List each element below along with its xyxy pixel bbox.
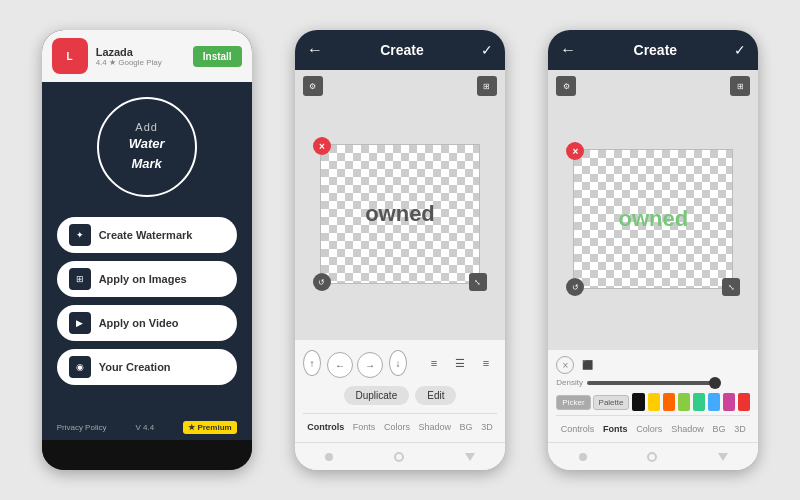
close-panel-btn[interactable]: × (556, 356, 574, 374)
privacy-link[interactable]: Privacy Policy (57, 423, 107, 432)
phone-nav-bar-2 (548, 442, 758, 470)
editor-tabs-2: Controls Fonts Colors Shadow BG 3D (556, 415, 750, 436)
creation-icon: ◉ (69, 356, 91, 378)
check-icon-2[interactable]: ✓ (734, 42, 746, 58)
color-pink[interactable] (723, 393, 735, 411)
back-icon[interactable]: ← (307, 41, 323, 59)
density-row: Density (556, 378, 750, 387)
picker-btn[interactable]: Picker (556, 395, 590, 410)
logo-watermark-text: Water Mark (129, 133, 165, 173)
rotate-btn-2[interactable]: ↺ (566, 278, 584, 296)
tab-colors-2[interactable]: Colors (632, 422, 666, 436)
tab-colors[interactable]: Colors (380, 420, 414, 434)
grid-icon[interactable]: ⊞ (477, 76, 497, 96)
tab-3d-2[interactable]: 3D (730, 422, 750, 436)
delete-btn-2[interactable]: × (566, 142, 584, 160)
nav-circle-2 (647, 452, 657, 462)
editor-title-2: Create (634, 42, 678, 58)
app-info: Lazada 4.4 ★ Google Play (96, 46, 185, 67)
tab-controls-2[interactable]: Controls (557, 422, 599, 436)
tab-fonts[interactable]: Fonts (349, 420, 380, 434)
density-slider[interactable] (587, 381, 750, 385)
app-icon: L (52, 38, 88, 74)
tab-bg[interactable]: BG (456, 420, 477, 434)
align-right-btn[interactable]: ≡ (475, 352, 497, 374)
canvas-toolbar: ⚙ ⊞ (303, 76, 497, 96)
nav-back (465, 453, 475, 461)
resize-btn[interactable]: ⤡ (469, 273, 487, 291)
back-icon-2[interactable]: ← (560, 41, 576, 59)
nav-controls-row: ↑ ← → ↓ ≡ ☰ ≡ (303, 348, 497, 378)
color-red[interactable] (738, 393, 750, 411)
resize-btn-2[interactable]: ⤡ (722, 278, 740, 296)
app-footer: Privacy Policy V 4.4 ★ Premium (42, 415, 252, 440)
color-yellow[interactable] (648, 393, 660, 411)
premium-badge[interactable]: ★ Premium (183, 421, 236, 434)
color-black[interactable] (632, 393, 644, 411)
create-icon: ✦ (69, 224, 91, 246)
canvas-toolbar-2: ⚙ ⊞ (556, 76, 750, 96)
tab-controls[interactable]: Controls (303, 420, 348, 434)
phone-nav-bar (295, 442, 505, 470)
color-teal[interactable] (693, 393, 705, 411)
canvas-image-2[interactable]: × owned ↺ ⤡ (573, 149, 733, 289)
logo-line1: Water (129, 136, 165, 151)
phone-editor-colors: ← Create ✓ ⚙ ⊞ × owned ↺ ⤡ × ⬛ Density (548, 30, 758, 470)
watermark-text: owned (365, 201, 435, 227)
canvas-area: ⚙ ⊞ × owned ↺ ⤡ (295, 70, 505, 340)
logo-add-text: Add (135, 121, 158, 133)
settings-icon-2[interactable]: ⚙ (556, 76, 576, 96)
color-green-light[interactable] (678, 393, 690, 411)
watermark-text-2: owned (618, 206, 688, 232)
install-button[interactable]: Install (193, 46, 242, 67)
delete-btn[interactable]: × (313, 137, 331, 155)
color-orange[interactable] (663, 393, 675, 411)
nav-circle (394, 452, 404, 462)
color-blue[interactable] (708, 393, 720, 411)
check-icon[interactable]: ✓ (481, 42, 493, 58)
rotate-btn[interactable]: ↺ (313, 273, 331, 291)
palette-btn[interactable]: Palette (593, 395, 630, 410)
phone-app-listing: L Lazada 4.4 ★ Google Play Install Add W… (42, 30, 252, 470)
tab-bg-2[interactable]: BG (709, 422, 730, 436)
edit-btn[interactable]: Edit (415, 386, 456, 405)
color-panel-top: × ⬛ (556, 356, 750, 374)
menu-btn-images[interactable]: ⊞ Apply on Images (57, 261, 237, 297)
menu-images-label: Apply on Images (99, 273, 187, 285)
duplicate-btn[interactable]: Duplicate (344, 386, 410, 405)
editor-controls: ↑ ← → ↓ ≡ ☰ ≡ Duplicate Edit (295, 340, 505, 442)
align-left-btn[interactable]: ≡ (423, 352, 445, 374)
editor-header-2: ← Create ✓ (548, 30, 758, 70)
images-icon: ⊞ (69, 268, 91, 290)
app-logo: Add Water Mark (97, 97, 197, 197)
color-panel: × ⬛ Density Picker Palette (548, 350, 758, 442)
tab-shadow-2[interactable]: Shadow (667, 422, 708, 436)
picker-buttons: Picker Palette (556, 395, 629, 410)
tab-shadow[interactable]: Shadow (414, 420, 455, 434)
menu-creation-label: Your Creation (99, 361, 171, 373)
tab-3d[interactable]: 3D (477, 420, 497, 434)
grid-icon-2[interactable]: ⊞ (730, 76, 750, 96)
color-panel-label: ⬛ (582, 360, 593, 370)
canvas-image[interactable]: × owned ↺ ⤡ (320, 144, 480, 284)
density-label: Density (556, 378, 583, 387)
nav-down-btn[interactable]: ↓ (389, 350, 407, 376)
tab-fonts-2[interactable]: Fonts (599, 422, 632, 436)
menu-list: ✦ Create Watermark ⊞ Apply on Images ▶ A… (57, 217, 237, 385)
density-handle[interactable] (709, 377, 721, 389)
menu-btn-create[interactable]: ✦ Create Watermark (57, 217, 237, 253)
editor-tabs: Controls Fonts Colors Shadow BG 3D (303, 413, 497, 434)
phone-editor-controls: ← Create ✓ ⚙ ⊞ × owned ↺ ⤡ ↑ ← (295, 30, 505, 470)
nav-home (325, 453, 333, 461)
editor-header: ← Create ✓ (295, 30, 505, 70)
nav-right-btn[interactable]: → (357, 352, 383, 378)
nav-back-2 (718, 453, 728, 461)
nav-up-btn[interactable]: ↑ (303, 350, 321, 376)
settings-icon[interactable]: ⚙ (303, 76, 323, 96)
logo-line2: Mark (131, 156, 161, 171)
nav-left-btn[interactable]: ← (327, 352, 353, 378)
menu-btn-creation[interactable]: ◉ Your Creation (57, 349, 237, 385)
align-center-btn[interactable]: ☰ (449, 352, 471, 374)
app-rating: 4.4 ★ Google Play (96, 58, 185, 67)
menu-btn-video[interactable]: ▶ Apply on Video (57, 305, 237, 341)
